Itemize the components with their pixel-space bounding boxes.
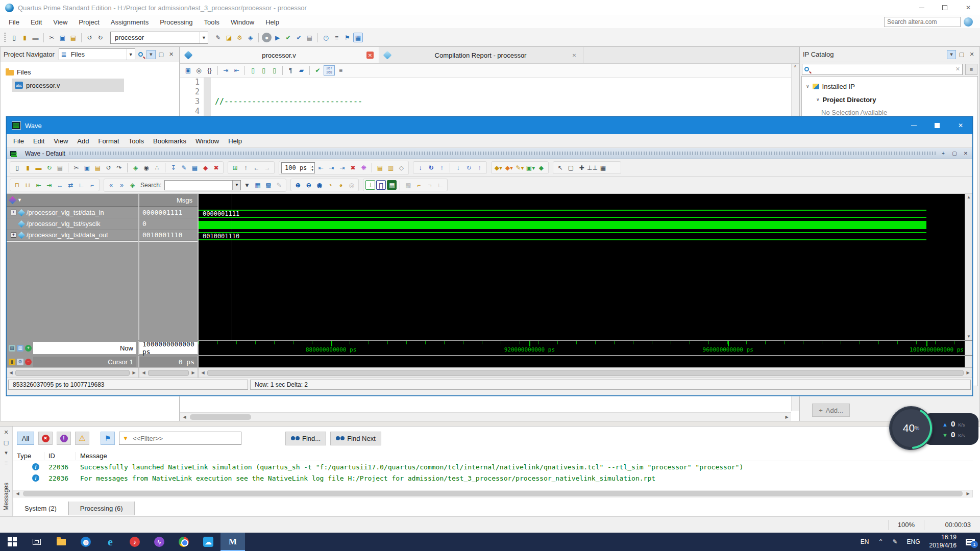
zoom-others-icon[interactable]: ◎ <box>347 180 356 190</box>
search-all-icon[interactable]: ▩ <box>263 180 273 190</box>
timeline-ruler[interactable]: 880000000000 ps 920000000000 ps 96000000… <box>199 341 965 355</box>
align-icon[interactable]: ≡ <box>336 66 346 76</box>
move-edge-icon[interactable]: ⇄ <box>66 180 76 190</box>
export-icon[interactable]: ▤ <box>9 345 15 352</box>
select-mode-icon[interactable]: ↖ <box>555 163 565 172</box>
go-forward-icon[interactable]: → <box>262 163 272 172</box>
message-filter-box[interactable]: ▼ <box>119 432 241 445</box>
pin-planner-icon[interactable]: ✎ <box>213 33 223 42</box>
tab-system[interactable]: System (2) <box>13 502 68 515</box>
tab-processor-v[interactable]: processor.v ✕ <box>180 47 379 63</box>
collapse-groups-icon[interactable]: ▥ <box>386 163 396 172</box>
paste-icon[interactable]: ▤ <box>93 163 103 172</box>
menu-processing[interactable]: Processing <box>154 17 198 28</box>
add-cursor-icon[interactable]: + <box>25 345 32 352</box>
device-icon[interactable]: ◈ <box>246 33 255 42</box>
add-to-schematic-icon[interactable]: ◆ <box>536 163 546 172</box>
scroll-left-icon[interactable]: ◀ <box>13 490 22 497</box>
filter-warnings-button[interactable]: ⚠ <box>75 432 89 445</box>
add-to-log-icon[interactable]: ✎▾ <box>515 163 525 172</box>
altera-search-input[interactable] <box>884 17 961 27</box>
file-explorer-button[interactable] <box>49 533 74 551</box>
copy-icon[interactable]: ▣ <box>58 33 67 42</box>
save-icon[interactable]: ▬ <box>31 33 40 42</box>
spin-up-icon[interactable]: ▲ <box>311 164 313 168</box>
add-to-list-icon[interactable]: ◆▾ <box>504 163 514 172</box>
signal-row-data-out[interactable]: + /processor_vlg_tst/data_out <box>7 230 138 241</box>
insert-gap-icon[interactable]: ∟ <box>77 180 86 190</box>
redo-icon[interactable]: ↷ <box>114 163 124 172</box>
run-back-icon[interactable]: ⇤ <box>316 163 326 172</box>
new-icon[interactable]: ▯ <box>12 163 22 172</box>
prev-transition-icon[interactable]: « <box>106 180 116 190</box>
notification-icon[interactable]: 1 <box>966 539 975 545</box>
navigator-close-icon[interactable]: ✕ <box>167 50 176 59</box>
wave-search-input[interactable]: ▼ <box>164 180 241 190</box>
dock-menu-icon[interactable]: ≡ <box>2 458 11 467</box>
indent-icon[interactable]: ⇥ <box>221 66 231 76</box>
wave-titlebar[interactable]: Wave ✕ <box>7 117 972 134</box>
template-icon[interactable]: ▰ <box>297 66 306 76</box>
assembler-icon[interactable]: ▤ <box>305 33 314 42</box>
add-ip-button[interactable]: + Add... <box>812 404 850 417</box>
ip-menu-icon[interactable]: ≡ <box>965 64 977 75</box>
chevron-down-icon[interactable]: ▼ <box>17 197 22 203</box>
undo-icon[interactable]: ↺ <box>104 163 113 172</box>
menu-help[interactable]: Help <box>260 17 285 28</box>
outdent-icon[interactable]: ⇤ <box>232 66 241 76</box>
pan-mode-icon[interactable]: ✚ <box>577 163 586 172</box>
tray-lang[interactable]: ENG <box>907 538 920 545</box>
expand-groups-icon[interactable]: ▤ <box>375 163 385 172</box>
delete-edge-icon[interactable]: ⌐ <box>87 180 97 190</box>
scroll-up-icon[interactable]: ▲ <box>965 195 972 199</box>
cut-icon[interactable]: ✂ <box>47 33 57 42</box>
cloud-app-button[interactable]: ☁ <box>196 533 220 551</box>
dock-pin-icon[interactable]: ▾ <box>2 448 11 457</box>
add-wave-icon[interactable]: ↧ <box>168 163 178 172</box>
menu-project[interactable]: Project <box>73 17 105 28</box>
editor-horizontal-scrollbar[interactable]: ◀ ▶ <box>180 412 791 421</box>
expanded-off-icon[interactable]: ▩ <box>403 180 413 190</box>
tree-item-files[interactable]: Files <box>3 65 177 79</box>
expanded-event-icon[interactable]: ¬ <box>425 180 434 190</box>
edit-wave-icon[interactable]: ✎ <box>179 163 189 172</box>
go-back-icon[interactable]: ← <box>252 163 261 172</box>
cut-icon[interactable]: ✂ <box>71 163 81 172</box>
wave-menu-tools[interactable]: Tools <box>124 136 149 146</box>
paste-wave-icon[interactable]: ⊔ <box>23 180 33 190</box>
match-brace-icon[interactable]: {} <box>205 66 214 76</box>
pane-close-icon[interactable]: ✕ <box>962 151 969 156</box>
line-numbers-icon[interactable]: 267 268 <box>324 65 335 76</box>
delete-cursor-icon[interactable]: − <box>25 359 32 365</box>
redo-icon[interactable]: ↻ <box>95 33 105 42</box>
signal-row-data-in[interactable]: + /processor_vlg_tst/data_in <box>7 207 138 218</box>
ip-float-icon[interactable]: ▢ <box>957 50 966 59</box>
menu-file[interactable]: File <box>3 17 25 28</box>
scroll-left-icon[interactable]: ◀ <box>7 368 15 378</box>
left-edge-icon[interactable]: ⇤ <box>34 180 43 190</box>
values-scrollbar[interactable]: ◀ ▶ <box>139 368 199 378</box>
bookmark-icon[interactable]: ▯ <box>248 66 258 76</box>
search-edit-icon[interactable]: ✎ <box>274 180 284 190</box>
settings-icon[interactable]: ⚙ <box>235 33 244 42</box>
menu-tools[interactable]: Tools <box>199 17 225 28</box>
find-icon[interactable]: ◉ <box>141 163 151 172</box>
restart-run-icon[interactable]: ↻ <box>426 163 436 172</box>
new-file-icon[interactable]: ▯ <box>9 33 19 42</box>
filter-critical-warnings-button[interactable]: ! <box>57 432 71 445</box>
quartus-maximize-button[interactable] <box>933 0 957 15</box>
music-app-button[interactable]: ♪ <box>122 533 147 551</box>
chevron-down-icon[interactable]: ▼ <box>127 49 135 60</box>
menu-window[interactable]: Window <box>225 17 260 28</box>
scroll-right-icon[interactable]: ▶ <box>964 490 972 497</box>
time-step-spinbox[interactable]: 100 ps ▲▼ <box>281 162 315 173</box>
tree-item-processor-v[interactable]: abc processor.v <box>12 79 124 92</box>
lock-icon[interactable]: ▮ <box>9 359 15 365</box>
wave-maximize-button[interactable] <box>925 117 949 134</box>
navigator-pin-icon[interactable]: ▾ <box>146 50 156 59</box>
waveform-canvas[interactable]: 0000001111 0010001110 <box>199 194 965 340</box>
zoom-out-icon[interactable]: ⊖ <box>304 180 313 190</box>
pane-maximize-icon[interactable]: ▢ <box>951 151 958 156</box>
scroll-right-icon[interactable]: ▶ <box>130 368 138 378</box>
quartus-close-button[interactable]: ✕ <box>957 0 980 15</box>
